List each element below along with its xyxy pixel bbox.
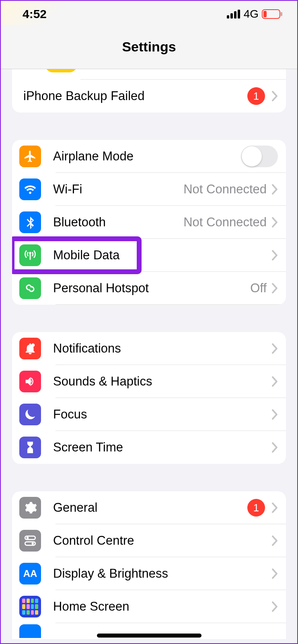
page-header: Settings bbox=[1, 25, 297, 69]
svg-point-11 bbox=[32, 542, 34, 545]
chevron-right-icon bbox=[271, 601, 278, 612]
status-time: 4:52 bbox=[23, 7, 47, 21]
chevron-right-icon bbox=[271, 409, 278, 420]
row-label: Control Centre bbox=[53, 533, 271, 548]
status-bar: 4:52 4G bbox=[1, 1, 297, 25]
airplane-icon bbox=[19, 146, 41, 167]
battery-low-icon bbox=[262, 9, 283, 19]
row-label: Personal Hotspot bbox=[53, 281, 250, 295]
chevron-right-icon bbox=[271, 250, 278, 261]
row-bluetooth[interactable]: Bluetooth Not Connected bbox=[12, 206, 286, 239]
row-label: General bbox=[53, 500, 247, 515]
row-label: Mobile Data bbox=[53, 248, 271, 263]
moon-icon bbox=[19, 404, 41, 425]
badge: 1 bbox=[247, 499, 265, 517]
text-size-icon: AA bbox=[19, 563, 41, 585]
bell-icon bbox=[19, 338, 41, 359]
status-right: 4G bbox=[227, 8, 283, 21]
network-label: 4G bbox=[244, 8, 259, 21]
speaker-icon bbox=[19, 371, 41, 392]
settings-list[interactable]: iPhone Backup Failed 1 Airplane Mode Wi-… bbox=[1, 69, 297, 644]
svg-rect-2 bbox=[234, 11, 236, 18]
row-label: Sounds & Haptics bbox=[53, 374, 271, 389]
row-label: Notifications bbox=[53, 341, 271, 356]
chevron-right-icon bbox=[271, 568, 278, 579]
svg-rect-6 bbox=[281, 12, 282, 16]
row-value: Not Connected bbox=[183, 182, 267, 197]
group-account: iPhone Backup Failed 1 bbox=[12, 69, 286, 113]
group-alerts: Notifications Sounds & Haptics Focus Scr… bbox=[12, 332, 286, 464]
row-screen-time[interactable]: Screen Time bbox=[12, 431, 286, 464]
page-title: Settings bbox=[122, 39, 176, 55]
svg-point-7 bbox=[31, 343, 35, 347]
chevron-right-icon bbox=[271, 535, 278, 546]
row-wifi[interactable]: Wi-Fi Not Connected bbox=[12, 173, 286, 206]
badge: 1 bbox=[247, 87, 265, 105]
row-label: Home Screen bbox=[53, 599, 271, 614]
hourglass-icon bbox=[19, 437, 41, 458]
svg-rect-0 bbox=[227, 15, 229, 18]
chevron-right-icon bbox=[271, 217, 278, 228]
row-airplane-mode[interactable]: Airplane Mode bbox=[12, 140, 286, 173]
svg-point-9 bbox=[27, 537, 29, 539]
row-notifications[interactable]: Notifications bbox=[12, 332, 286, 365]
accessibility-icon bbox=[19, 624, 41, 638]
row-label: Focus bbox=[53, 407, 271, 422]
row-display-brightness[interactable]: AA Display & Brightness bbox=[12, 557, 286, 590]
svg-rect-5 bbox=[263, 11, 267, 17]
row-label: Wi-Fi bbox=[53, 182, 183, 197]
chevron-right-icon bbox=[271, 502, 278, 513]
row-home-screen[interactable]: Home Screen bbox=[12, 590, 286, 623]
row-general[interactable]: General 1 bbox=[12, 491, 286, 524]
chevron-right-icon bbox=[271, 343, 278, 354]
row-label: iPhone Backup Failed bbox=[23, 89, 247, 103]
group-connectivity: Airplane Mode Wi-Fi Not Connected Blueto… bbox=[12, 140, 286, 305]
row-sounds[interactable]: Sounds & Haptics bbox=[12, 365, 286, 398]
row-focus[interactable]: Focus bbox=[12, 398, 286, 431]
home-indicator[interactable] bbox=[97, 634, 201, 638]
group-general: General 1 Control Centre AA Display bbox=[12, 491, 286, 639]
chevron-right-icon bbox=[271, 184, 278, 195]
sun-icon bbox=[45, 69, 77, 72]
svg-rect-3 bbox=[238, 10, 240, 18]
row-label: Screen Time bbox=[53, 440, 271, 455]
antenna-icon bbox=[19, 244, 41, 266]
row-mobile-data[interactable]: Mobile Data bbox=[12, 239, 286, 272]
svg-rect-1 bbox=[230, 13, 233, 18]
row-value: Off bbox=[250, 281, 267, 295]
bluetooth-icon bbox=[19, 211, 41, 233]
account-row-partial[interactable] bbox=[12, 69, 286, 80]
cellular-signal-icon bbox=[227, 10, 240, 18]
airplane-toggle[interactable] bbox=[241, 146, 278, 167]
chevron-right-icon bbox=[271, 376, 278, 387]
row-label: Airplane Mode bbox=[53, 149, 241, 164]
home-grid-icon bbox=[19, 596, 41, 617]
chevron-right-icon bbox=[271, 442, 278, 453]
chevron-right-icon bbox=[271, 283, 278, 294]
switches-icon bbox=[19, 530, 41, 552]
row-personal-hotspot[interactable]: Personal Hotspot Off bbox=[12, 272, 286, 305]
row-value: Not Connected bbox=[183, 215, 267, 230]
chevron-right-icon bbox=[271, 90, 278, 102]
row-label: Bluetooth bbox=[53, 215, 183, 230]
gear-icon bbox=[19, 497, 41, 519]
row-label: Display & Brightness bbox=[53, 566, 271, 581]
row-control-centre[interactable]: Control Centre bbox=[12, 524, 286, 557]
wifi-icon bbox=[19, 178, 41, 200]
row-backup-failed[interactable]: iPhone Backup Failed 1 bbox=[12, 80, 286, 113]
hotspot-icon bbox=[19, 277, 41, 299]
